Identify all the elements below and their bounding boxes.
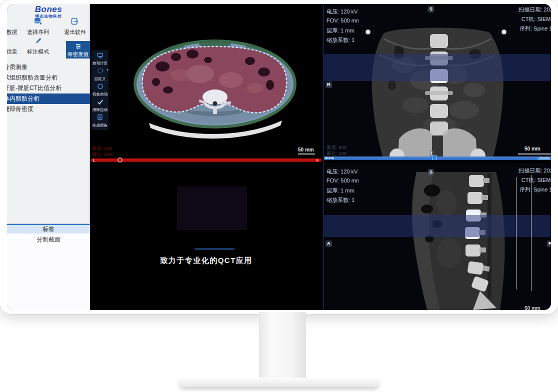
toolbar-button-annotate-mode-label: 标注模式 xyxy=(27,48,49,56)
tool-auto-calc-label: 自动计算 xyxy=(92,60,108,66)
menu-label: 肝脏-脾脏CT比值分析 xyxy=(7,84,62,92)
toolbar-button-data[interactable]: 数据 xyxy=(7,20,20,36)
menu-label: 体内脂肪分析 xyxy=(7,95,40,102)
dashed-circle-icon xyxy=(97,67,104,76)
coronal-ct-machine: CT机: SIEMENS xyxy=(518,16,551,25)
toolbar-button-info-label: 信息 xyxy=(7,48,18,56)
slice-counter: 35 of 35 xyxy=(538,156,551,160)
sagittal-ct-machine: CT机: SIEMENS xyxy=(518,176,551,186)
faint-panel xyxy=(177,186,247,230)
toolbar-button-info[interactable]: 信息 xyxy=(7,40,20,56)
tool-toggle-auto[interactable]: 切换自动 xyxy=(92,82,108,97)
tool-generate-report[interactable]: 生成报告 xyxy=(92,114,108,128)
sagittal-info-left: 电压: 120 kV FOV: 500 mm 层厚: 1 mm 缩放系数: 1 xyxy=(326,168,358,206)
exit-icon xyxy=(71,18,79,27)
tool-custom-label: 自定义 xyxy=(94,76,106,81)
viewport-axial[interactable]: 自动计算 ▾ 自定义 切换自动 清除自动 生成报告 xyxy=(90,4,322,162)
menu-label: 腰部骨密度 xyxy=(7,106,34,112)
toolbar-button-exit[interactable]: 退出软件 xyxy=(60,18,90,36)
sidebar-item-soft-tissue-fat[interactable]: 软组织脂肪含量分析 xyxy=(7,72,90,83)
orientation-marker-posterior: P xyxy=(547,240,551,247)
monitor-stand-base xyxy=(179,378,379,387)
coronal-info-right: 扫描日期: 202006 CT机: SIEMENS 序列: Spine 1.0 … xyxy=(518,6,551,34)
orientation-marker-anterior: A xyxy=(326,240,332,247)
coronal-voltage: 电压: 120 kV xyxy=(326,8,358,18)
slider-control-1[interactable] xyxy=(326,157,328,159)
chevron-down-icon[interactable]: ▾ xyxy=(106,68,108,72)
sidebar: Bones 博志生物科技 数据 选择序列 退出软件 信息 xyxy=(7,4,90,310)
tool-custom[interactable]: ▾ 自定义 xyxy=(92,67,108,82)
sagittal-fov: FOV: 500 mm xyxy=(326,178,358,187)
coronal-thickness: 层厚: 1 mm xyxy=(326,27,358,36)
toolbar-button-select-series[interactable]: 选择序列 xyxy=(22,18,54,36)
sagittal-scale-label: 50 mm xyxy=(524,306,540,310)
app-screen: Bones 博志生物科技 数据 选择序列 退出软件 信息 xyxy=(7,4,551,310)
slogan-text: 致力于专业化的QCT应用 xyxy=(90,256,322,266)
toolbar-button-select-series-label: 选择序列 xyxy=(27,28,49,36)
sidebar-item-bone-measure[interactable]: 骨质测量 xyxy=(7,62,90,72)
slice-band-overlay xyxy=(324,215,551,237)
sagittal-info-right: 扫描日期: 202006 CT机: SIEMENS 序列: Spine 1.0 … xyxy=(518,167,551,196)
report-icon xyxy=(97,114,103,122)
axial-window-level: 窗位: 100 xyxy=(92,152,118,158)
viewport-coronal[interactable]: 电压: 120 kV FOV: 500 mm 层厚: 1 mm 缩放系数: 1 … xyxy=(324,4,551,160)
sidebar-item-visceral-fat[interactable]: 体内脂肪分析 xyxy=(7,94,90,104)
sagittal-scan-date: 扫描日期: 202006 xyxy=(518,167,551,176)
tool-auto-calc[interactable]: 自动计算 xyxy=(92,52,108,66)
coronal-slice-slider[interactable] xyxy=(324,156,551,160)
coronal-scale-bar xyxy=(518,154,551,154)
coronal-scale-label: 50 mm xyxy=(524,146,540,152)
tool-generate-report-label: 生成报告 xyxy=(92,122,108,128)
tool-panel: 自动计算 ▾ 自定义 切换自动 清除自动 生成报告 xyxy=(92,50,108,130)
axial-scale-label: 50 mm xyxy=(298,147,314,152)
axial-slice-slider[interactable] xyxy=(91,158,322,162)
orientation-marker-superior: S xyxy=(428,6,434,12)
reference-line-1 xyxy=(516,177,516,290)
circle-icon xyxy=(97,82,104,92)
menu-label: 骨质测量 xyxy=(7,64,28,70)
pencil-icon xyxy=(34,37,42,46)
sidebar-item-liver-spleen-ratio[interactable]: 肝脏-脾脏CT比值分析 xyxy=(7,83,90,94)
monitor-bezel: Bones 博志生物科技 数据 选择序列 退出软件 信息 xyxy=(0,0,558,314)
menu-label: 软组织脂肪含量分析 xyxy=(7,74,58,81)
slider-control-3[interactable] xyxy=(332,157,334,159)
slice-band-overlay xyxy=(324,54,551,81)
monitor-stand-neck xyxy=(259,312,306,379)
logo: Bones 博志生物科技 xyxy=(7,6,90,19)
coronal-fov: FOV: 500 mm xyxy=(326,18,358,27)
tab-segmentation-section[interactable]: 分割截面 xyxy=(7,234,90,244)
tab-labels[interactable]: 标签 xyxy=(7,224,90,234)
slider-control-2[interactable] xyxy=(328,157,330,159)
check-icon xyxy=(97,98,104,107)
sagittal-voltage: 电压: 120 kV xyxy=(326,168,358,178)
coronal-series: 序列: Spine 1.0 B xyxy=(518,25,551,34)
axial-ct-image[interactable] xyxy=(90,4,322,162)
sagittal-zoom-factor: 缩放系数: 1 xyxy=(326,196,358,206)
slogan-divider xyxy=(194,248,234,250)
coronal-info-left: 电压: 120 kV FOV: 500 mm 层厚: 1 mm 缩放系数: 1 xyxy=(326,8,358,46)
bmd-icon xyxy=(75,42,82,51)
axial-window-width: 窗宽: 800 xyxy=(92,146,118,152)
tool-clear-auto[interactable]: 清除自动 xyxy=(92,98,108,112)
axial-window-info: 窗宽: 800 窗位: 100 xyxy=(92,146,118,158)
viewport-sagittal[interactable]: 电压: 120 kV FOV: 500 mm 层厚: 1 mm 缩放系数: 1 … xyxy=(324,163,551,310)
orientation-marker-superior: S xyxy=(428,169,434,176)
toolbar-button-bmd-value-label: 骨密度值 xyxy=(68,51,88,58)
tool-toggle-auto-label: 切换自动 xyxy=(92,92,108,96)
toolbar-button-exit-label: 退出软件 xyxy=(64,28,86,36)
logo-text: Bones xyxy=(7,6,90,14)
coronal-window-width: 窗宽: 800 xyxy=(326,144,352,150)
toolbar-button-annotate-mode[interactable]: 标注模式 xyxy=(22,38,54,56)
sagittal-thickness: 层厚: 1 mm xyxy=(326,187,358,196)
coronal-window-info: 窗宽: 800 窗位: 100 xyxy=(326,144,352,156)
toolbar-button-bmd-value[interactable]: 骨密度值 xyxy=(66,41,90,58)
axial-slice-slider-handle[interactable] xyxy=(118,158,122,162)
coronal-slice-slider-handle[interactable] xyxy=(432,156,437,160)
coronal-scan-date: 扫描日期: 202006 xyxy=(518,6,551,16)
orientation-marker-right: R xyxy=(326,82,332,88)
toolbar-button-data-label: 数据 xyxy=(7,28,18,36)
sidebar-item-lumbar-bmd[interactable]: 腰部骨密度 xyxy=(7,104,90,114)
sagittal-series: 序列: Spine 1.0 B xyxy=(518,186,551,196)
quadrant-divider xyxy=(322,4,324,310)
viewport-empty[interactable]: 致力于专业化的QCT应用 xyxy=(90,162,322,310)
